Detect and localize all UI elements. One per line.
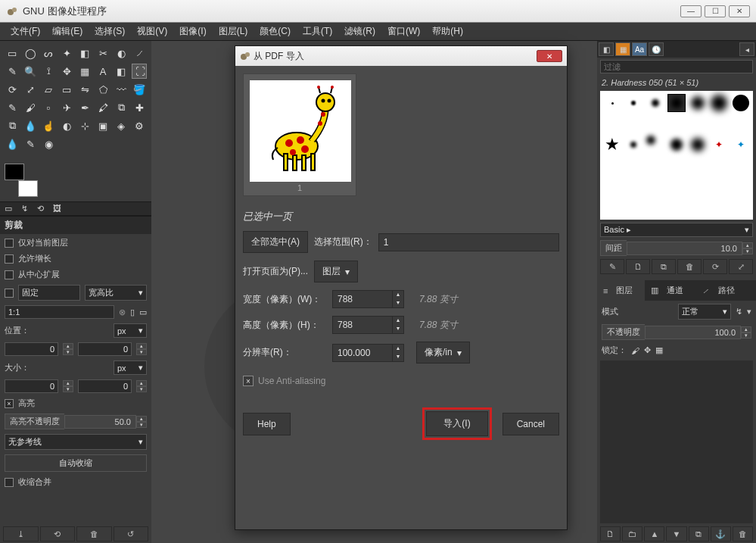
new-brush-icon[interactable]: 🗋 xyxy=(626,259,650,274)
ratio-input[interactable]: 1:1 xyxy=(5,305,114,319)
tool-extra-3[interactable]: ◉ xyxy=(41,136,56,151)
delete-preset-icon[interactable]: 🗑 xyxy=(76,526,112,541)
tab-device-status[interactable]: ↯ xyxy=(17,202,33,215)
lock-pixels-icon[interactable]: 🖌 xyxy=(631,346,639,355)
size-unit-select[interactable]: px▾ xyxy=(114,360,147,375)
tool-extra-1[interactable]: 💧 xyxy=(5,136,20,151)
tool-bucket-fill[interactable]: 🪣 xyxy=(132,82,147,97)
spacing-field[interactable]: 间距 10.0 ▴▾ xyxy=(600,240,753,256)
tool-extra-2[interactable]: ✎ xyxy=(23,136,38,151)
tool-color-picker[interactable]: ✎ xyxy=(5,64,20,79)
tab-layers[interactable]: ≡ 图层 xyxy=(597,280,645,301)
auto-shrink-button[interactable]: 自动收缩 xyxy=(5,454,147,472)
background-color-swatch[interactable] xyxy=(18,180,38,197)
menu-view[interactable]: 视图(V) xyxy=(131,23,173,40)
import-button[interactable]: 导入(I) xyxy=(426,411,487,436)
tab-channels[interactable]: ▥ 通道 xyxy=(645,280,695,301)
tab-paths[interactable]: ⟋ 路径 xyxy=(695,280,747,301)
tool-perspective-clone[interactable]: ⧉ xyxy=(5,118,20,133)
mode-select[interactable]: 正常▾ xyxy=(678,304,731,320)
val-highlight-opacity[interactable]: 50.0 xyxy=(64,415,136,429)
refresh-brushes-icon[interactable]: ⟳ xyxy=(703,259,727,274)
lock-alpha-icon[interactable]: ▦ xyxy=(655,345,663,355)
tool-3d-transform[interactable]: ◈ xyxy=(114,118,129,133)
close-button[interactable]: ✕ xyxy=(729,5,750,17)
tool-operation[interactable]: ⚙ xyxy=(132,118,147,133)
menu-edit[interactable]: 编辑(E) xyxy=(46,23,89,40)
lock-position-icon[interactable]: ✥ xyxy=(644,345,651,355)
val-spacing[interactable]: 10.0 xyxy=(627,242,742,255)
open-as-image-icon[interactable]: ⤢ xyxy=(729,259,753,274)
tool-rect-select[interactable]: ▭ xyxy=(5,45,20,61)
tool-dodge[interactable]: ◐ xyxy=(59,118,74,133)
edit-brush-icon[interactable]: ✎ xyxy=(600,259,624,274)
new-layer-icon[interactable]: 🗋 xyxy=(600,526,621,541)
chk-current-layer[interactable] xyxy=(5,239,14,248)
cancel-button[interactable]: Cancel xyxy=(502,413,559,435)
resolution-unit-select[interactable]: 像素/in▾ xyxy=(416,342,470,364)
chk-fixed[interactable] xyxy=(5,289,14,298)
tool-move[interactable]: ✥ xyxy=(59,64,74,79)
chk-allow-growing[interactable] xyxy=(5,254,14,264)
tool-scissors[interactable]: ✂ xyxy=(95,45,110,61)
tool-foreground-select[interactable]: ◐ xyxy=(114,45,129,61)
dialog-close-button[interactable]: ✕ xyxy=(537,50,562,62)
raise-layer-icon[interactable]: ▲ xyxy=(644,526,664,541)
select-range-input[interactable]: 1 xyxy=(378,233,559,251)
tool-measure[interactable]: ⟟ xyxy=(41,64,56,79)
clear-ratio-icon[interactable]: ⊗ xyxy=(119,307,126,317)
tool-blur[interactable]: 💧 xyxy=(23,118,38,133)
chk-antialias[interactable]: × xyxy=(243,376,254,386)
tool-smudge[interactable]: ☝ xyxy=(41,118,56,133)
tab-undo-history[interactable]: ⟲ xyxy=(33,202,48,215)
chk-shrink-merged[interactable] xyxy=(5,478,14,487)
duplicate-layer-icon[interactable]: ⧉ xyxy=(689,526,709,541)
height-spin-up[interactable]: ▴ xyxy=(393,317,403,325)
tool-shear[interactable]: ▱ xyxy=(41,82,56,97)
width-spin-up[interactable]: ▴ xyxy=(393,291,403,299)
tool-gradient[interactable]: ◧ xyxy=(114,64,129,79)
open-pages-as-select[interactable]: 图层▾ xyxy=(314,261,358,282)
save-preset-icon[interactable]: ⤓ xyxy=(3,526,39,541)
tool-text[interactable]: A xyxy=(95,64,110,79)
tab-patterns[interactable]: ▦ xyxy=(615,42,630,56)
position-x-input[interactable]: 0 xyxy=(5,342,58,356)
menu-file[interactable]: 文件(F) xyxy=(5,23,46,40)
page-thumbnail[interactable]: 1 xyxy=(243,73,356,196)
tool-warp[interactable]: 〰 xyxy=(114,82,129,97)
menu-image[interactable]: 图像(I) xyxy=(173,23,212,40)
menu-filters[interactable]: 滤镜(R) xyxy=(338,23,381,40)
tool-airbrush[interactable]: ✈ xyxy=(59,100,74,115)
chk-highlight[interactable]: × xyxy=(5,399,14,408)
tool-perspective[interactable]: ▭ xyxy=(59,82,74,97)
tool-rotate[interactable]: ⟳ xyxy=(5,82,20,97)
position-y-input[interactable]: 0 xyxy=(78,342,132,356)
width-input[interactable]: 788 xyxy=(332,290,393,308)
anchor-layer-icon[interactable]: ⚓ xyxy=(711,526,731,541)
tool-ellipse-select[interactable]: ◯ xyxy=(23,45,38,61)
tool-paths[interactable]: ⟋ xyxy=(132,45,147,61)
reset-preset-icon[interactable]: ↺ xyxy=(114,526,149,541)
tool-align[interactable]: ▦ xyxy=(77,64,92,79)
menu-help[interactable]: 帮助(H) xyxy=(426,23,469,40)
tool-cage[interactable]: ⬠ xyxy=(95,82,110,97)
tab-tool-options[interactable]: ▭ xyxy=(0,202,17,215)
tool-mypaint[interactable]: 🖍 xyxy=(95,100,110,115)
delete-layer-icon[interactable]: 🗑 xyxy=(733,526,753,541)
tool-by-color-select[interactable]: ◧ xyxy=(77,45,92,61)
size-h-input[interactable]: 0 xyxy=(78,379,132,393)
menu-layer[interactable]: 图层(L) xyxy=(213,23,254,40)
guides-select[interactable]: 无参考线▾ xyxy=(5,434,147,450)
new-group-icon[interactable]: 🗀 xyxy=(622,526,642,541)
brush-filter-input[interactable] xyxy=(600,60,753,73)
minimize-button[interactable]: — xyxy=(680,5,702,17)
size-w-input[interactable]: 0 xyxy=(5,379,58,393)
tool-unified-transform[interactable]: ▣ xyxy=(95,118,110,133)
tool-eraser[interactable]: ▫ xyxy=(41,100,56,115)
tab-fonts[interactable]: Aa xyxy=(632,42,647,56)
tab-images[interactable]: 🖼 xyxy=(48,202,66,215)
menu-select[interactable]: 选择(S) xyxy=(89,23,131,40)
resolution-spin-up[interactable]: ▴ xyxy=(393,345,403,353)
portrait-icon[interactable]: ▯ xyxy=(130,307,135,317)
tab-menu-icon[interactable]: ◂ xyxy=(739,42,754,56)
